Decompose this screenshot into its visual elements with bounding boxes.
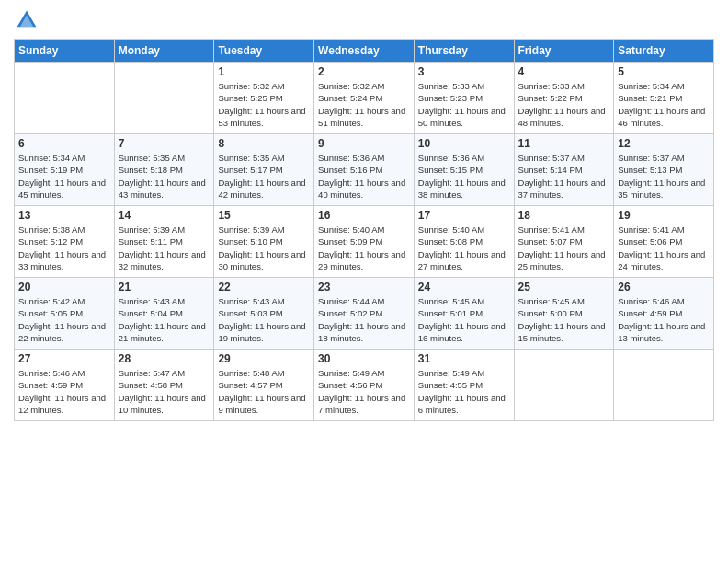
day-cell: 7Sunrise: 5:35 AMSunset: 5:18 PMDaylight… <box>114 134 214 206</box>
day-number: 9 <box>318 137 410 150</box>
day-number: 18 <box>518 209 610 222</box>
day-number: 20 <box>18 281 110 293</box>
day-detail: Sunrise: 5:32 AMSunset: 5:25 PMDaylight:… <box>218 80 310 129</box>
day-cell <box>514 350 614 421</box>
day-detail: Sunrise: 5:39 AMSunset: 5:10 PMDaylight:… <box>218 224 310 272</box>
col-header-friday: Friday <box>514 40 614 63</box>
day-detail: Sunrise: 5:36 AMSunset: 5:16 PMDaylight:… <box>318 152 410 201</box>
logo <box>14 9 38 31</box>
col-header-monday: Monday <box>114 40 214 63</box>
day-detail: Sunrise: 5:41 AMSunset: 5:07 PMDaylight:… <box>518 224 610 272</box>
day-cell: 14Sunrise: 5:39 AMSunset: 5:11 PMDayligh… <box>114 206 214 278</box>
col-header-wednesday: Wednesday <box>314 40 415 63</box>
header <box>14 9 714 31</box>
week-row-3: 13Sunrise: 5:38 AMSunset: 5:12 PMDayligh… <box>15 206 714 278</box>
day-detail: Sunrise: 5:45 AMSunset: 5:01 PMDaylight:… <box>418 295 510 344</box>
day-number: 23 <box>318 281 410 293</box>
day-number: 27 <box>18 352 110 365</box>
day-detail: Sunrise: 5:47 AMSunset: 4:58 PMDaylight:… <box>119 367 210 416</box>
day-cell: 16Sunrise: 5:40 AMSunset: 5:09 PMDayligh… <box>314 206 415 278</box>
day-cell: 15Sunrise: 5:39 AMSunset: 5:10 PMDayligh… <box>214 206 314 278</box>
day-cell: 13Sunrise: 5:38 AMSunset: 5:12 PMDayligh… <box>15 206 115 278</box>
day-detail: Sunrise: 5:35 AMSunset: 5:17 PMDaylight:… <box>218 152 310 201</box>
day-number: 12 <box>618 137 710 150</box>
day-detail: Sunrise: 5:45 AMSunset: 5:00 PMDaylight:… <box>518 295 610 344</box>
day-number: 24 <box>418 281 510 293</box>
day-number: 2 <box>318 65 410 78</box>
day-number: 5 <box>618 65 710 78</box>
day-detail: Sunrise: 5:44 AMSunset: 5:02 PMDaylight:… <box>318 295 410 344</box>
day-cell: 19Sunrise: 5:41 AMSunset: 5:06 PMDayligh… <box>614 206 714 278</box>
day-cell: 31Sunrise: 5:49 AMSunset: 4:55 PMDayligh… <box>414 350 514 421</box>
header-row: SundayMondayTuesdayWednesdayThursdayFrid… <box>15 40 714 63</box>
day-detail: Sunrise: 5:33 AMSunset: 5:23 PMDaylight:… <box>418 80 510 129</box>
calendar-table: SundayMondayTuesdayWednesdayThursdayFrid… <box>14 39 714 421</box>
day-number: 1 <box>218 65 310 78</box>
day-number: 8 <box>218 137 310 150</box>
day-cell: 18Sunrise: 5:41 AMSunset: 5:07 PMDayligh… <box>514 206 614 278</box>
day-cell: 27Sunrise: 5:46 AMSunset: 4:59 PMDayligh… <box>15 350 115 421</box>
day-number: 26 <box>618 281 710 293</box>
col-header-saturday: Saturday <box>614 40 714 63</box>
day-cell: 10Sunrise: 5:36 AMSunset: 5:15 PMDayligh… <box>414 134 514 206</box>
day-detail: Sunrise: 5:34 AMSunset: 5:21 PMDaylight:… <box>618 80 710 129</box>
day-cell: 26Sunrise: 5:46 AMSunset: 4:59 PMDayligh… <box>614 278 714 350</box>
day-detail: Sunrise: 5:34 AMSunset: 5:19 PMDaylight:… <box>18 152 110 201</box>
day-number: 4 <box>518 65 610 78</box>
col-header-thursday: Thursday <box>414 40 514 63</box>
day-number: 10 <box>418 137 510 150</box>
page-container: SundayMondayTuesdayWednesdayThursdayFrid… <box>0 0 728 431</box>
day-cell: 3Sunrise: 5:33 AMSunset: 5:23 PMDaylight… <box>414 63 514 134</box>
day-number: 22 <box>218 281 310 293</box>
day-detail: Sunrise: 5:36 AMSunset: 5:15 PMDaylight:… <box>418 152 510 201</box>
day-detail: Sunrise: 5:35 AMSunset: 5:18 PMDaylight:… <box>119 152 210 201</box>
day-number: 7 <box>119 137 210 150</box>
day-detail: Sunrise: 5:38 AMSunset: 5:12 PMDaylight:… <box>18 224 110 272</box>
day-number: 21 <box>119 281 210 293</box>
day-detail: Sunrise: 5:46 AMSunset: 4:59 PMDaylight:… <box>618 295 710 344</box>
day-detail: Sunrise: 5:49 AMSunset: 4:55 PMDaylight:… <box>418 367 510 416</box>
week-row-2: 6Sunrise: 5:34 AMSunset: 5:19 PMDaylight… <box>15 134 714 206</box>
day-number: 19 <box>618 209 710 222</box>
logo-icon <box>16 9 38 31</box>
day-detail: Sunrise: 5:33 AMSunset: 5:22 PMDaylight:… <box>518 80 610 129</box>
day-cell: 28Sunrise: 5:47 AMSunset: 4:58 PMDayligh… <box>114 350 214 421</box>
day-cell: 25Sunrise: 5:45 AMSunset: 5:00 PMDayligh… <box>514 278 614 350</box>
day-detail: Sunrise: 5:49 AMSunset: 4:56 PMDaylight:… <box>318 367 410 416</box>
day-number: 17 <box>418 209 510 222</box>
day-cell: 23Sunrise: 5:44 AMSunset: 5:02 PMDayligh… <box>314 278 415 350</box>
day-detail: Sunrise: 5:40 AMSunset: 5:08 PMDaylight:… <box>418 224 510 272</box>
day-number: 29 <box>218 352 310 365</box>
day-detail: Sunrise: 5:43 AMSunset: 5:04 PMDaylight:… <box>119 295 210 344</box>
day-cell: 2Sunrise: 5:32 AMSunset: 5:24 PMDaylight… <box>314 63 415 134</box>
day-detail: Sunrise: 5:41 AMSunset: 5:06 PMDaylight:… <box>618 224 710 272</box>
day-cell: 11Sunrise: 5:37 AMSunset: 5:14 PMDayligh… <box>514 134 614 206</box>
day-detail: Sunrise: 5:46 AMSunset: 4:59 PMDaylight:… <box>18 367 110 416</box>
week-row-5: 27Sunrise: 5:46 AMSunset: 4:59 PMDayligh… <box>15 350 714 421</box>
day-cell: 17Sunrise: 5:40 AMSunset: 5:08 PMDayligh… <box>414 206 514 278</box>
day-number: 11 <box>518 137 610 150</box>
day-number: 28 <box>119 352 210 365</box>
day-number: 31 <box>418 352 510 365</box>
day-detail: Sunrise: 5:42 AMSunset: 5:05 PMDaylight:… <box>18 295 110 344</box>
day-number: 30 <box>318 352 410 365</box>
day-detail: Sunrise: 5:43 AMSunset: 5:03 PMDaylight:… <box>218 295 310 344</box>
day-number: 3 <box>418 65 510 78</box>
day-cell: 6Sunrise: 5:34 AMSunset: 5:19 PMDaylight… <box>15 134 115 206</box>
day-cell: 12Sunrise: 5:37 AMSunset: 5:13 PMDayligh… <box>614 134 714 206</box>
day-cell: 29Sunrise: 5:48 AMSunset: 4:57 PMDayligh… <box>214 350 314 421</box>
day-detail: Sunrise: 5:40 AMSunset: 5:09 PMDaylight:… <box>318 224 410 272</box>
col-header-tuesday: Tuesday <box>214 40 314 63</box>
day-number: 25 <box>518 281 610 293</box>
day-cell: 22Sunrise: 5:43 AMSunset: 5:03 PMDayligh… <box>214 278 314 350</box>
day-cell: 30Sunrise: 5:49 AMSunset: 4:56 PMDayligh… <box>314 350 415 421</box>
col-header-sunday: Sunday <box>15 40 115 63</box>
day-cell: 9Sunrise: 5:36 AMSunset: 5:16 PMDaylight… <box>314 134 415 206</box>
day-cell: 8Sunrise: 5:35 AMSunset: 5:17 PMDaylight… <box>214 134 314 206</box>
day-number: 16 <box>318 209 410 222</box>
week-row-4: 20Sunrise: 5:42 AMSunset: 5:05 PMDayligh… <box>15 278 714 350</box>
day-cell <box>114 63 214 134</box>
day-cell: 1Sunrise: 5:32 AMSunset: 5:25 PMDaylight… <box>214 63 314 134</box>
day-cell: 5Sunrise: 5:34 AMSunset: 5:21 PMDaylight… <box>614 63 714 134</box>
day-detail: Sunrise: 5:48 AMSunset: 4:57 PMDaylight:… <box>218 367 310 416</box>
